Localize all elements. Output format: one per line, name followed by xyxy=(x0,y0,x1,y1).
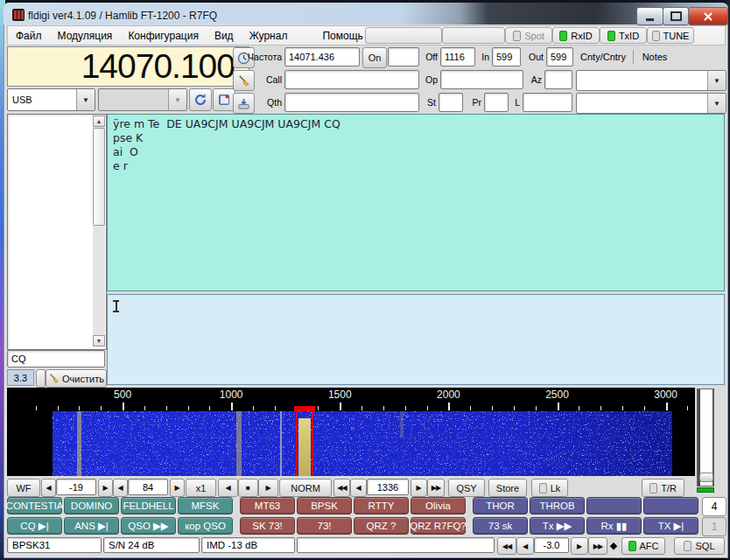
titlebar[interactable]: fldigi ver4.1.09 / Hamlib FT-1200 - R7FQ xyxy=(4,3,726,24)
afc-toggle[interactable]: AFC xyxy=(621,537,665,555)
macro-button[interactable]: кор QSO xyxy=(178,517,233,535)
rx-text-pane[interactable]: ÿre m Te DE UA9CJM UA9CJM UA9CJM CQ pse … xyxy=(107,114,725,291)
macro-page-current-button[interactable]: 1 xyxy=(702,517,726,536)
macro-button[interactable]: ANS ▶| xyxy=(64,517,119,535)
txrx-toggle[interactable]: T/R xyxy=(642,479,684,497)
time-off-input[interactable]: 1116 xyxy=(440,47,475,66)
st-input[interactable] xyxy=(439,93,463,112)
freq-rewind-button[interactable]: ◀◀ xyxy=(333,479,350,497)
chevron-down-icon[interactable]: ▼ xyxy=(707,94,726,113)
freq-input[interactable]: 14071.436 xyxy=(284,47,360,66)
mode-status[interactable]: BPSK31 xyxy=(7,537,102,553)
region-select[interactable]: ▼ xyxy=(576,93,726,114)
menu-item-help[interactable]: Помощь xyxy=(314,30,370,42)
save-qso-button[interactable] xyxy=(233,93,255,114)
scroll-up-icon[interactable]: ▲ xyxy=(93,116,105,127)
ampspan-value[interactable]: -19 xyxy=(56,479,96,495)
az-input[interactable] xyxy=(544,70,572,89)
clear-qso-button[interactable] xyxy=(233,70,255,91)
store-button[interactable]: Store xyxy=(488,479,527,497)
country-select[interactable]: ▼ xyxy=(576,70,726,91)
macro-button[interactable]: SK 73! xyxy=(240,517,295,535)
spot-toggle[interactable]: Spot xyxy=(505,27,552,44)
maximize-button[interactable] xyxy=(663,7,689,25)
menu-item-log[interactable]: Журнал xyxy=(242,30,296,42)
cursor-right-button[interactable]: ▶ xyxy=(258,479,278,497)
macro-button[interactable]: QSO ▶▶ xyxy=(121,517,176,535)
browser-scrollbar[interactable]: ▲ ▼ xyxy=(93,116,105,346)
time-on-button[interactable]: On xyxy=(362,47,387,68)
waterfall[interactable]: 50010001500200025003000 xyxy=(7,388,695,476)
ampspan-down-button[interactable]: ◀ xyxy=(41,479,56,497)
center-diamond-button[interactable]: ◆ xyxy=(607,537,620,553)
freq-counter[interactable]: 1336 xyxy=(367,479,409,495)
macro-button[interactable]: DOMINO xyxy=(64,497,119,514)
offset-right-button[interactable]: ▶ xyxy=(571,537,588,555)
macro-button[interactable]: 73! xyxy=(297,517,352,535)
scrollbar-thumb[interactable] xyxy=(93,128,105,226)
macro-button[interactable]: FELDHELL xyxy=(121,497,176,514)
wf-mode-button[interactable]: WF xyxy=(7,479,40,497)
menu-item-configuration[interactable]: Конфигурация xyxy=(120,30,207,42)
frequency-display[interactable]: 14070.100 xyxy=(7,46,249,87)
macro-button[interactable]: Tx ▶▶ xyxy=(530,517,585,535)
reflevel-down-button[interactable]: ◀ xyxy=(113,479,128,497)
macro-button[interactable]: QRZ R7FQ? xyxy=(411,517,466,535)
menu-item-view[interactable]: Вид xyxy=(207,30,242,42)
macro-button[interactable]: CONTESTIA xyxy=(7,497,62,514)
chevron-down-icon[interactable]: ▼ xyxy=(707,71,726,90)
slider-thumb[interactable] xyxy=(699,472,713,482)
close-button[interactable] xyxy=(688,7,728,25)
pr-input[interactable] xyxy=(484,93,509,112)
freq-right-button[interactable]: ▶ xyxy=(411,479,427,497)
op-input[interactable] xyxy=(440,70,523,89)
macro-button[interactable]: 73 sk xyxy=(473,517,528,535)
tx-text-pane[interactable] xyxy=(107,294,725,385)
drop-speed-button[interactable]: NORM xyxy=(279,479,332,497)
chevron-down-icon[interactable]: ▼ xyxy=(76,89,95,110)
macro-button[interactable] xyxy=(586,497,642,514)
macro-button[interactable]: RTTY xyxy=(354,497,409,514)
offset-rewind-button[interactable]: ◀◀ xyxy=(497,537,516,555)
macro-button[interactable]: QRZ ? xyxy=(354,517,409,535)
macro-button[interactable]: TX ▶| xyxy=(643,517,698,535)
macro-button[interactable]: MFSK xyxy=(178,497,233,514)
scroll-down-icon[interactable]: ▼ xyxy=(93,335,105,346)
freq-left-button[interactable]: ◀ xyxy=(350,479,367,497)
tab-notes[interactable]: Notes xyxy=(635,47,674,66)
rxid-toggle[interactable]: RxID xyxy=(552,27,600,44)
wf-stop-button[interactable]: ■ xyxy=(238,479,258,497)
time-on-input[interactable] xyxy=(388,47,419,66)
cursor-left-button[interactable]: ◀ xyxy=(218,479,238,497)
macro-button[interactable]: THOR xyxy=(473,497,528,514)
macro-button[interactable]: Olivia xyxy=(411,497,466,514)
freq-ffwd-button[interactable]: ▶▶ xyxy=(427,479,445,497)
browser-seek-input[interactable]: CQ xyxy=(7,350,105,368)
lock-toggle[interactable]: Lk xyxy=(531,479,568,497)
clear-browser-button[interactable]: Очистить xyxy=(46,369,107,388)
menu-item-modulation[interactable]: Модуляция xyxy=(50,30,121,42)
macro-button[interactable]: Rx ▮▮ xyxy=(586,517,642,535)
splitter-handle[interactable] xyxy=(36,369,46,388)
tune-toggle[interactable]: TUNE xyxy=(647,27,694,44)
rst-in-input[interactable]: 599 xyxy=(492,47,521,66)
loc-input[interactable] xyxy=(523,93,572,112)
minimize-button[interactable] xyxy=(636,7,663,25)
offset-value[interactable]: -3.0 xyxy=(534,537,569,553)
macro-page-alt-button[interactable]: 4 xyxy=(702,497,726,516)
wf-zoom-button[interactable]: x1 xyxy=(186,479,216,497)
qth-input[interactable] xyxy=(284,93,419,112)
offset-left-button[interactable]: ◀ xyxy=(516,537,534,555)
reflevel-value[interactable]: 84 xyxy=(128,479,168,495)
macro-button[interactable] xyxy=(643,497,698,514)
macro-button[interactable]: CQ ▶| xyxy=(7,517,62,535)
offset-ffwd-button[interactable]: ▶▶ xyxy=(588,537,607,555)
reflevel-up-button[interactable]: ▶ xyxy=(170,479,185,497)
txid-toggle[interactable]: TxID xyxy=(600,27,647,44)
macro-button[interactable]: BPSK xyxy=(297,497,352,514)
sync-frequency-button[interactable] xyxy=(189,88,212,111)
macro-button[interactable]: THROB xyxy=(530,497,585,514)
menu-item-file[interactable]: Файл xyxy=(8,30,50,42)
mode-select[interactable]: USB ▼ xyxy=(7,88,95,111)
waterfall-cursor[interactable] xyxy=(294,406,315,476)
